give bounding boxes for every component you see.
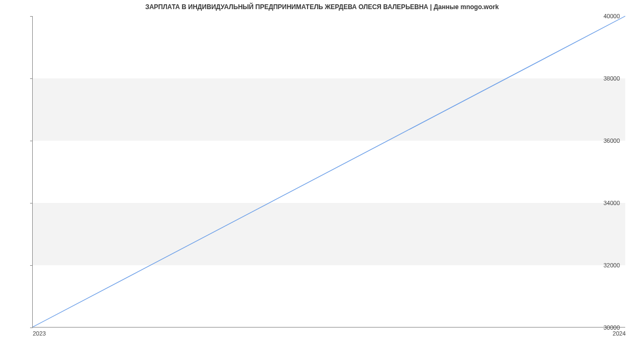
x-tick-label: 2024	[613, 330, 626, 337]
chart-container: ЗАРПЛАТА В ИНДИВИДУАЛЬНЫЙ ПРЕДПРИНИМАТЕЛ…	[0, 0, 644, 349]
plot-area: 300003200034000360003800040000 20232024	[32, 16, 625, 328]
x-tick-label: 2023	[33, 330, 46, 337]
chart-title: ЗАРПЛАТА В ИНДИВИДУАЛЬНЫЙ ПРЕДПРИНИМАТЕЛ…	[0, 3, 644, 11]
line-series	[33, 16, 625, 327]
y-tick-mark	[30, 328, 33, 328]
